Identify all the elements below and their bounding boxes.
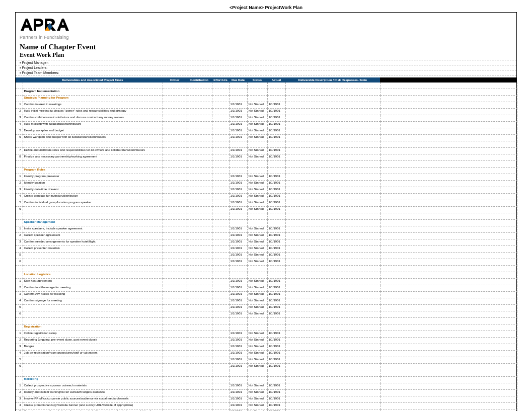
col-num (16, 77, 23, 83)
table-row: 1Invite speakers, include speaker agreem… (16, 226, 517, 233)
table-row: 61/1/1901Not Started1/1/1901 (16, 311, 517, 318)
table-row: 4Job on-registration/room procedures/sta… (16, 351, 517, 357)
table-row: Registration (16, 324, 517, 331)
table-row: 1Confirm interest in meetings1/1/1901Not… (16, 102, 517, 109)
table-row: 1Online registration setup1/1/1901Not St… (16, 331, 517, 338)
col-desc: Deliverable Description / Risk Responses… (285, 77, 380, 83)
document-body: Partners in Fundraising Name of Chapter … (15, 12, 517, 411)
meta-project-leaders: Project Leaders: (16, 65, 516, 70)
page-header: <Project Name> ProjectWork Plan (0, 0, 532, 12)
table-row: 61/1/1901Not Started1/1/1901 (16, 259, 517, 266)
table-row: 6Share workplan and budget with all coll… (16, 135, 517, 141)
event-subtitle: Event Work Plan (16, 51, 516, 60)
table-row: 1Identify program presenter1/1/1901Not S… (16, 174, 517, 181)
table-row (16, 141, 517, 148)
table-row: 1Collect prospective sponsor outreach ma… (16, 383, 517, 390)
col-due: Due Date (229, 77, 247, 83)
table-row: 51/1/1901Not Started1/1/1901 (16, 253, 517, 259)
table-row: 5Confirm individual group/location progr… (16, 200, 517, 207)
table-row: 4Create promotional copy/website banner … (16, 403, 517, 409)
table-row: 61/1/1901Not Started1/1/1901 (16, 364, 517, 370)
col-actual: Actual (267, 77, 285, 83)
col-deliverables: Deliverables and Associated Project Task… (23, 77, 163, 83)
table-row: 2Confirm food/beverage for meeting1/1/19… (16, 285, 517, 292)
logo-block: Partners in Fundraising (16, 13, 516, 43)
table-header-row: Deliverables and Associated Project Task… (16, 77, 517, 83)
table-row: 5Develop workplan and budget1/1/1901Not … (16, 128, 517, 135)
table-row: 51/1/1901Not Started1/1/1901 (16, 305, 517, 311)
col-status: Status (247, 77, 267, 83)
table-row: 3Confirm needed arrangements for speaker… (16, 239, 517, 246)
col-blank (380, 77, 517, 83)
table-row: 3Identify date/time of event1/1/1901Not … (16, 187, 517, 194)
table-row (16, 370, 517, 377)
table-body: Program ImplementationStrategic Planning… (16, 83, 517, 411)
table-row: Location Logistics (16, 272, 517, 279)
chapter-title: Name of Chapter Event (16, 43, 516, 51)
table-row: Program Roles (16, 168, 517, 174)
col-effort: Effort Hrs (212, 77, 229, 83)
table-row (16, 266, 517, 272)
table-row: 2Identify location1/1/1901Not Started1/1… (16, 181, 517, 187)
table-row (16, 83, 517, 89)
meta-project-manager: Project Manager: (16, 60, 516, 65)
table-row: 4Create template for invitation/distribu… (16, 194, 517, 200)
table-row: 3Badges1/1/1901Not Started1/1/1901 (16, 344, 517, 351)
table-row: 3Confirm collaborators/contributors and … (16, 115, 517, 122)
meta-project-team-members: Project Team Members: (16, 70, 516, 75)
table-row (16, 161, 517, 168)
col-contribution: Contribution (187, 77, 212, 83)
table-row: Marketing (16, 377, 517, 383)
table-row: 2Identify and collect working/list for o… (16, 390, 517, 396)
table-row: 61/1/1901Not Started1/1/1901 (16, 207, 517, 213)
table-row: 8Finalize any necessary partnership/work… (16, 154, 517, 161)
table-row: 5Copy to announce the website/conference… (16, 409, 517, 412)
table-row (16, 318, 517, 324)
table-row: 2Reporting (ongoing, pre-event close, po… (16, 338, 517, 344)
table-row: Program Implementation (16, 89, 517, 96)
table-row: 4Confirm signage for meeting1/1/1901Not … (16, 298, 517, 305)
table-row: 51/1/1901Not Started1/1/1901 (16, 357, 517, 364)
table-row: Strategic Planning for Program (16, 96, 517, 102)
table-row: Speaker Management (16, 220, 517, 226)
workplan-table: Deliverables and Associated Project Task… (16, 77, 517, 411)
table-row (16, 213, 517, 220)
table-row: 2Hold initial meeting to discuss "owner"… (16, 109, 517, 115)
table-row: 4Hold meeting with collaborator/contribu… (16, 122, 517, 128)
table-row: 2Collect speaker agreement1/1/1901Not St… (16, 233, 517, 239)
page: <Project Name> ProjectWork Plan Partners… (0, 0, 532, 411)
table-row: 3Involve PR office/corporate public sour… (16, 396, 517, 403)
table-row: 3Confirm A/V needs for meeting1/1/1901No… (16, 292, 517, 298)
table-row: 7Define and distribute roles and respons… (16, 148, 517, 154)
table-row: 4Collect presenter materials1/1/1901Not … (16, 246, 517, 253)
apra-logo-icon (20, 17, 75, 34)
logo-tagline: Partners in Fundraising (20, 35, 512, 40)
col-owner: Owner (163, 77, 187, 83)
table-row: 1Sign host agreement1/1/1901Not Started1… (16, 279, 517, 285)
